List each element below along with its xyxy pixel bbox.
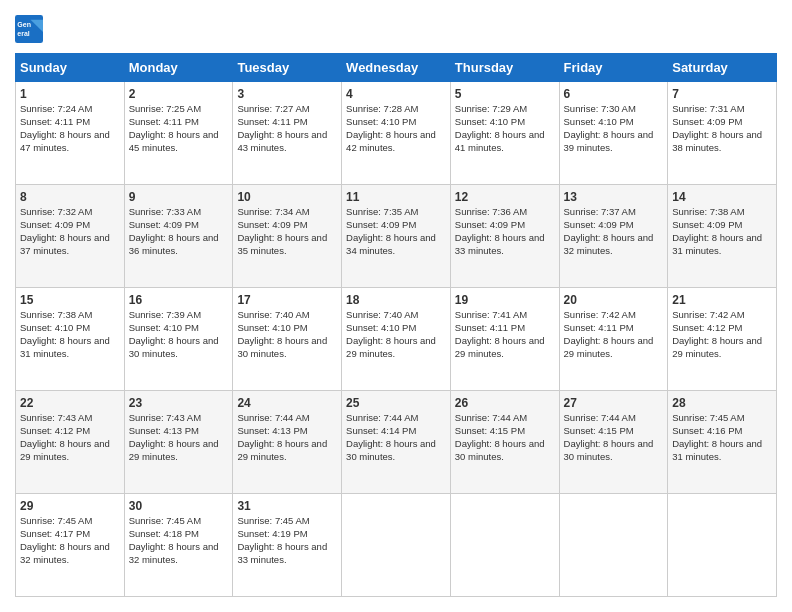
calendar-cell: 3Sunrise: 7:27 AMSunset: 4:11 PMDaylight… xyxy=(233,82,342,185)
day-number: 16 xyxy=(129,292,229,308)
sunrise: Sunrise: 7:44 AM xyxy=(564,412,636,423)
calendar-cell: 23Sunrise: 7:43 AMSunset: 4:13 PMDayligh… xyxy=(124,391,233,494)
day-number: 4 xyxy=(346,86,446,102)
daylight: Daylight: 8 hours and 32 minutes. xyxy=(129,541,219,565)
sunrise: Sunrise: 7:44 AM xyxy=(237,412,309,423)
calendar-cell: 27Sunrise: 7:44 AMSunset: 4:15 PMDayligh… xyxy=(559,391,668,494)
sunrise: Sunrise: 7:33 AM xyxy=(129,206,201,217)
day-number: 17 xyxy=(237,292,337,308)
sunrise: Sunrise: 7:42 AM xyxy=(672,309,744,320)
calendar-cell: 14Sunrise: 7:38 AMSunset: 4:09 PMDayligh… xyxy=(668,185,777,288)
calendar-cell: 16Sunrise: 7:39 AMSunset: 4:10 PMDayligh… xyxy=(124,288,233,391)
logo-icon: Gen eral xyxy=(15,15,43,43)
calendar-cell xyxy=(668,494,777,597)
day-header: Tuesday xyxy=(233,54,342,82)
svg-rect-0 xyxy=(15,15,43,43)
sunset: Sunset: 4:09 PM xyxy=(455,219,525,230)
daylight: Daylight: 8 hours and 30 minutes. xyxy=(455,438,545,462)
calendar-cell: 25Sunrise: 7:44 AMSunset: 4:14 PMDayligh… xyxy=(342,391,451,494)
calendar-week-row: 15Sunrise: 7:38 AMSunset: 4:10 PMDayligh… xyxy=(16,288,777,391)
sunrise: Sunrise: 7:45 AM xyxy=(672,412,744,423)
daylight: Daylight: 8 hours and 34 minutes. xyxy=(346,232,436,256)
day-number: 6 xyxy=(564,86,664,102)
sunset: Sunset: 4:10 PM xyxy=(346,116,416,127)
daylight: Daylight: 8 hours and 38 minutes. xyxy=(672,129,762,153)
page: Gen eral SundayMondayTuesdayWednesdayThu… xyxy=(0,0,792,612)
sunrise: Sunrise: 7:30 AM xyxy=(564,103,636,114)
daylight: Daylight: 8 hours and 43 minutes. xyxy=(237,129,327,153)
day-number: 21 xyxy=(672,292,772,308)
calendar-cell xyxy=(342,494,451,597)
calendar-cell: 21Sunrise: 7:42 AMSunset: 4:12 PMDayligh… xyxy=(668,288,777,391)
calendar-cell: 4Sunrise: 7:28 AMSunset: 4:10 PMDaylight… xyxy=(342,82,451,185)
sunrise: Sunrise: 7:36 AM xyxy=(455,206,527,217)
calendar-cell xyxy=(450,494,559,597)
sunset: Sunset: 4:09 PM xyxy=(564,219,634,230)
calendar-week-row: 22Sunrise: 7:43 AMSunset: 4:12 PMDayligh… xyxy=(16,391,777,494)
calendar-cell: 28Sunrise: 7:45 AMSunset: 4:16 PMDayligh… xyxy=(668,391,777,494)
calendar-cell: 15Sunrise: 7:38 AMSunset: 4:10 PMDayligh… xyxy=(16,288,125,391)
daylight: Daylight: 8 hours and 30 minutes. xyxy=(346,438,436,462)
calendar-cell: 24Sunrise: 7:44 AMSunset: 4:13 PMDayligh… xyxy=(233,391,342,494)
sunset: Sunset: 4:15 PM xyxy=(455,425,525,436)
calendar-week-row: 29Sunrise: 7:45 AMSunset: 4:17 PMDayligh… xyxy=(16,494,777,597)
sunrise: Sunrise: 7:25 AM xyxy=(129,103,201,114)
day-number: 9 xyxy=(129,189,229,205)
calendar-cell: 22Sunrise: 7:43 AMSunset: 4:12 PMDayligh… xyxy=(16,391,125,494)
calendar-week-row: 1Sunrise: 7:24 AMSunset: 4:11 PMDaylight… xyxy=(16,82,777,185)
sunset: Sunset: 4:12 PM xyxy=(672,322,742,333)
daylight: Daylight: 8 hours and 47 minutes. xyxy=(20,129,110,153)
daylight: Daylight: 8 hours and 29 minutes. xyxy=(564,335,654,359)
calendar-cell: 1Sunrise: 7:24 AMSunset: 4:11 PMDaylight… xyxy=(16,82,125,185)
day-number: 15 xyxy=(20,292,120,308)
calendar-cell: 9Sunrise: 7:33 AMSunset: 4:09 PMDaylight… xyxy=(124,185,233,288)
calendar-cell: 10Sunrise: 7:34 AMSunset: 4:09 PMDayligh… xyxy=(233,185,342,288)
sunset: Sunset: 4:10 PM xyxy=(20,322,90,333)
day-number: 1 xyxy=(20,86,120,102)
daylight: Daylight: 8 hours and 33 minutes. xyxy=(237,541,327,565)
sunset: Sunset: 4:17 PM xyxy=(20,528,90,539)
sunrise: Sunrise: 7:35 AM xyxy=(346,206,418,217)
calendar-table: SundayMondayTuesdayWednesdayThursdayFrid… xyxy=(15,53,777,597)
sunset: Sunset: 4:16 PM xyxy=(672,425,742,436)
day-number: 3 xyxy=(237,86,337,102)
calendar-cell: 29Sunrise: 7:45 AMSunset: 4:17 PMDayligh… xyxy=(16,494,125,597)
logo: Gen eral xyxy=(15,15,47,43)
sunset: Sunset: 4:10 PM xyxy=(455,116,525,127)
calendar-cell: 7Sunrise: 7:31 AMSunset: 4:09 PMDaylight… xyxy=(668,82,777,185)
daylight: Daylight: 8 hours and 36 minutes. xyxy=(129,232,219,256)
sunset: Sunset: 4:09 PM xyxy=(672,116,742,127)
sunset: Sunset: 4:14 PM xyxy=(346,425,416,436)
day-number: 2 xyxy=(129,86,229,102)
sunset: Sunset: 4:11 PM xyxy=(455,322,525,333)
calendar-cell: 31Sunrise: 7:45 AMSunset: 4:19 PMDayligh… xyxy=(233,494,342,597)
day-number: 8 xyxy=(20,189,120,205)
day-number: 29 xyxy=(20,498,120,514)
day-number: 23 xyxy=(129,395,229,411)
daylight: Daylight: 8 hours and 31 minutes. xyxy=(672,438,762,462)
sunrise: Sunrise: 7:43 AM xyxy=(129,412,201,423)
day-number: 19 xyxy=(455,292,555,308)
svg-text:Gen: Gen xyxy=(17,21,31,28)
sunrise: Sunrise: 7:39 AM xyxy=(129,309,201,320)
calendar-cell xyxy=(559,494,668,597)
daylight: Daylight: 8 hours and 37 minutes. xyxy=(20,232,110,256)
sunset: Sunset: 4:10 PM xyxy=(129,322,199,333)
sunrise: Sunrise: 7:42 AM xyxy=(564,309,636,320)
day-number: 20 xyxy=(564,292,664,308)
day-number: 25 xyxy=(346,395,446,411)
sunrise: Sunrise: 7:41 AM xyxy=(455,309,527,320)
day-header: Sunday xyxy=(16,54,125,82)
daylight: Daylight: 8 hours and 29 minutes. xyxy=(455,335,545,359)
sunset: Sunset: 4:11 PM xyxy=(564,322,634,333)
day-header: Friday xyxy=(559,54,668,82)
daylight: Daylight: 8 hours and 32 minutes. xyxy=(564,232,654,256)
calendar-week-row: 8Sunrise: 7:32 AMSunset: 4:09 PMDaylight… xyxy=(16,185,777,288)
daylight: Daylight: 8 hours and 30 minutes. xyxy=(564,438,654,462)
sunset: Sunset: 4:13 PM xyxy=(129,425,199,436)
day-number: 11 xyxy=(346,189,446,205)
daylight: Daylight: 8 hours and 41 minutes. xyxy=(455,129,545,153)
day-number: 10 xyxy=(237,189,337,205)
daylight: Daylight: 8 hours and 35 minutes. xyxy=(237,232,327,256)
daylight: Daylight: 8 hours and 29 minutes. xyxy=(346,335,436,359)
